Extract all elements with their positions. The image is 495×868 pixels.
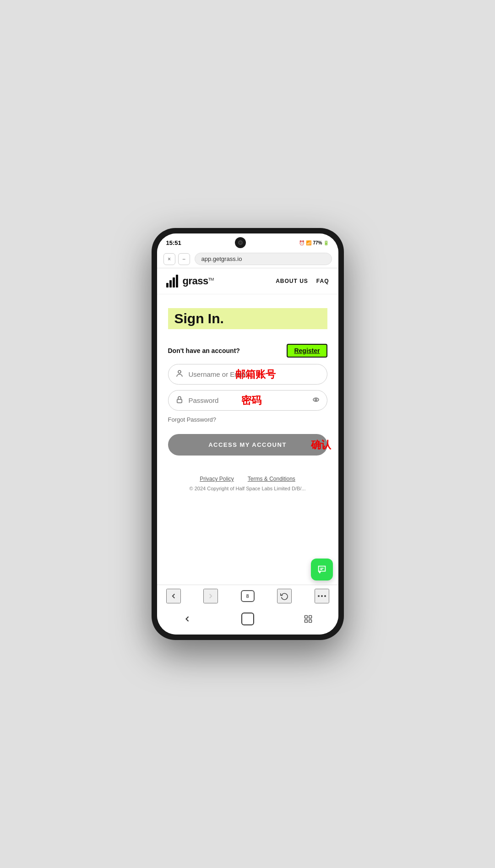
system-home-button[interactable] bbox=[239, 611, 256, 627]
minimize-button[interactable]: − bbox=[178, 253, 190, 265]
logo-area: grassTM bbox=[166, 275, 214, 288]
svg-rect-1 bbox=[169, 280, 172, 288]
svg-point-4 bbox=[178, 370, 181, 373]
svg-point-7 bbox=[315, 399, 317, 401]
access-button-wrapper: ACCESS MY ACCOUNT 确认 bbox=[168, 434, 327, 456]
username-input-wrapper: 邮箱账号 bbox=[168, 364, 327, 385]
username-input[interactable] bbox=[168, 364, 327, 385]
nav-links: ABOUT US FAQ bbox=[276, 278, 329, 284]
terms-conditions-link[interactable]: Terms & Conditions bbox=[248, 476, 295, 482]
site-nav: grassTM ABOUT US FAQ bbox=[157, 268, 338, 294]
svg-rect-13 bbox=[305, 616, 307, 618]
user-icon bbox=[175, 369, 184, 380]
svg-rect-16 bbox=[309, 620, 311, 623]
browser-forward-button[interactable] bbox=[203, 589, 218, 603]
logo-icon bbox=[166, 275, 179, 288]
sign-in-title: Sign In. bbox=[168, 308, 327, 329]
svg-rect-5 bbox=[177, 399, 182, 403]
svg-point-10 bbox=[318, 595, 320, 597]
account-prompt-text: Don't have an account? bbox=[168, 347, 240, 354]
reload-button[interactable] bbox=[277, 589, 292, 603]
about-us-link[interactable]: ABOUT US bbox=[276, 278, 308, 284]
browser-controls: × − bbox=[163, 253, 190, 265]
close-tab-button[interactable]: × bbox=[163, 253, 175, 265]
svg-rect-15 bbox=[305, 620, 307, 623]
status-icons: ⏰ 📶 77% 🔋 bbox=[299, 240, 329, 245]
svg-rect-0 bbox=[166, 283, 169, 288]
svg-point-11 bbox=[321, 595, 323, 597]
svg-point-12 bbox=[324, 595, 326, 597]
signal-icon: 📶 bbox=[306, 240, 311, 245]
chat-icon bbox=[317, 564, 327, 575]
chat-button[interactable] bbox=[311, 559, 333, 580]
page-content: Sign In. Don't have an account? Register bbox=[157, 294, 338, 585]
svg-rect-3 bbox=[176, 275, 178, 288]
system-nav bbox=[157, 607, 338, 635]
url-bar[interactable]: app.getgrass.io bbox=[195, 253, 332, 265]
register-button[interactable]: Register bbox=[287, 344, 327, 358]
tabs-indicator[interactable]: 8 bbox=[241, 590, 255, 602]
alarm-icon: ⏰ bbox=[299, 240, 305, 245]
svg-rect-14 bbox=[309, 616, 311, 618]
password-input-wrapper: 密码 bbox=[168, 390, 327, 411]
battery-label: 77% bbox=[313, 240, 322, 245]
access-button[interactable]: ACCESS MY ACCOUNT bbox=[168, 434, 327, 456]
copyright-text: © 2024 Copyright of Half Space Labs Limi… bbox=[168, 486, 327, 491]
system-back-button[interactable] bbox=[179, 611, 196, 627]
camera-notch bbox=[235, 237, 246, 248]
camera-dot bbox=[238, 240, 243, 245]
browser-bar: × − app.getgrass.io bbox=[157, 250, 338, 268]
lock-icon bbox=[175, 396, 184, 406]
password-input[interactable] bbox=[168, 390, 327, 411]
logo-text: grassTM bbox=[183, 275, 214, 287]
eye-icon[interactable] bbox=[312, 396, 320, 406]
account-row: Don't have an account? Register bbox=[168, 344, 327, 358]
browser-bottom-bar: 8 bbox=[157, 585, 338, 607]
phone-device: 15:51 ⏰ 📶 77% 🔋 × − app.getg bbox=[152, 228, 344, 640]
privacy-policy-link[interactable]: Privacy Policy bbox=[200, 476, 234, 482]
status-bar: 15:51 ⏰ 📶 77% 🔋 bbox=[157, 233, 338, 250]
svg-rect-2 bbox=[173, 277, 175, 288]
phone-screen: 15:51 ⏰ 📶 77% 🔋 × − app.getg bbox=[157, 233, 338, 635]
faq-link[interactable]: FAQ bbox=[316, 278, 329, 284]
battery-icon: 🔋 bbox=[323, 240, 329, 245]
system-recents-button[interactable] bbox=[300, 611, 316, 627]
browser-back-button[interactable] bbox=[166, 589, 181, 603]
more-menu-button[interactable] bbox=[315, 589, 329, 603]
footer-links: Privacy Policy Terms & Conditions bbox=[168, 476, 327, 482]
browser-content: grassTM ABOUT US FAQ Sign In. Don't have… bbox=[157, 268, 338, 585]
forgot-password-link[interactable]: Forgot Password? bbox=[168, 416, 327, 423]
home-indicator bbox=[241, 613, 254, 625]
status-time: 15:51 bbox=[166, 239, 181, 246]
